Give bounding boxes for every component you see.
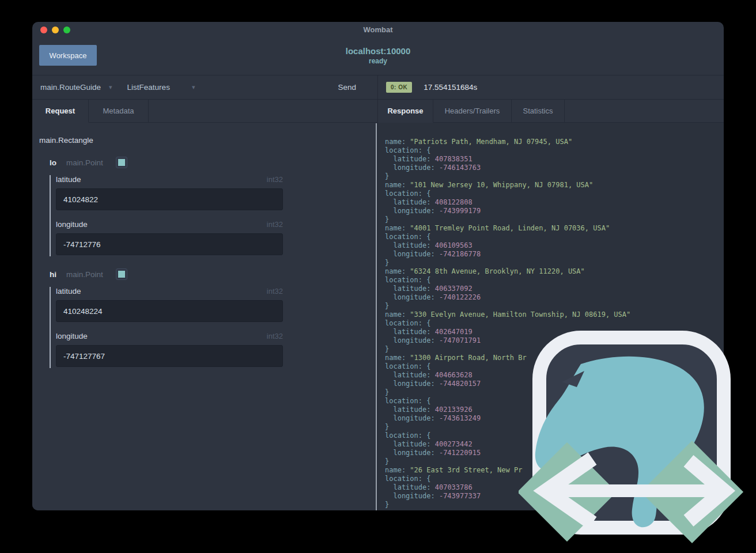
chevron-down-icon[interactable]: ▾ [192,84,195,91]
chevron-down-icon[interactable]: ▾ [109,84,112,91]
field-label: longitude [56,220,88,229]
tab-metadata[interactable]: Metadata [89,100,149,123]
send-button[interactable]: Send [334,82,360,92]
message-type-label: main.Rectangle [39,136,376,145]
server-state: ready [32,57,724,65]
field-name: hi [50,270,56,279]
field-label: longitude [56,332,88,340]
status-badge: 0: OK [386,82,412,93]
lo-enabled-checkbox[interactable] [116,157,127,168]
method-select[interactable]: ListFeatures [127,83,170,92]
hi-latitude-input[interactable] [56,300,283,322]
lo-latitude-input[interactable] [56,188,283,210]
toolbar-left: main.RouteGuide ▾ ListFeatures ▾ Send [32,75,378,99]
server-address: localhost:10000 [32,46,724,56]
lo-longitude-input[interactable] [56,233,283,255]
field-scalar-type: int32 [267,220,283,229]
tab-request[interactable]: Request [32,100,89,123]
request-panel: main.Rectangle lo main.Point latitude in… [32,123,376,510]
field-label: latitude [56,175,81,184]
request-tabbar: Request Metadata [32,100,377,123]
field-scalar-type: int32 [267,175,283,184]
duration-text: 17.554151684s [424,83,477,92]
response-tabbar: Response Headers/Trailers Statistics [378,100,724,123]
tab-statistics[interactable]: Statistics [512,100,565,123]
server-info: localhost:10000 ready [32,46,724,65]
field-name: lo [50,158,56,167]
field-group-header-hi: hi main.Point [50,268,376,280]
field-type: main.Point [66,270,103,279]
field-group-hi: latitude int32 longitude int32 [50,287,283,368]
window-title: Wombat [32,25,724,34]
desktop-background: Wombat Workspace localhost:10000 ready m… [0,0,756,553]
service-select[interactable]: main.RouteGuide [40,83,101,92]
field-scalar-type: int32 [267,332,283,340]
hi-enabled-checkbox[interactable] [116,268,127,280]
field-group-header-lo: lo main.Point [50,157,376,168]
titlebar: Wombat Workspace localhost:10000 ready [32,22,724,75]
toolbar: main.RouteGuide ▾ ListFeatures ▾ Send 0:… [32,75,724,100]
toolbar-right: 0: OK 17.554151684s [378,75,724,99]
field-label: latitude [56,287,81,296]
wombat-logo [519,323,756,553]
tab-response[interactable]: Response [378,100,433,123]
hi-longitude-input[interactable] [56,345,283,367]
field-scalar-type: int32 [267,287,283,296]
field-type: main.Point [66,158,103,167]
field-group-lo: latitude int32 longitude int32 [50,175,283,256]
tab-headers-trailers[interactable]: Headers/Trailers [433,100,512,123]
panel-splitter-handle[interactable] [376,123,377,510]
arrow-shaft [549,484,723,497]
